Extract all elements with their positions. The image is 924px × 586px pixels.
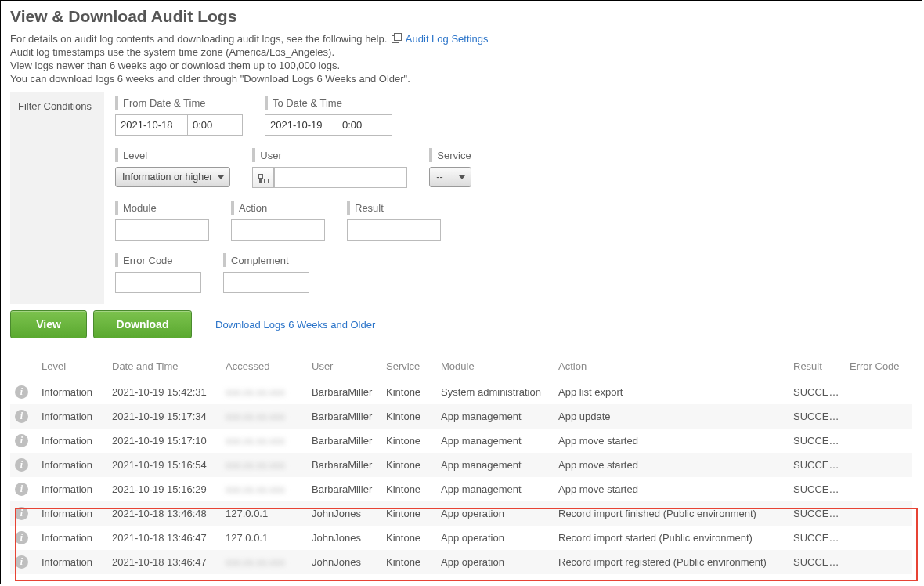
th-user: User xyxy=(307,356,381,380)
th-module: Module xyxy=(436,356,554,380)
to-date-input[interactable] xyxy=(265,114,337,136)
table-row[interactable]: iInformation2021-10-19 15:16:54xxx.xx.xx… xyxy=(10,453,912,477)
view-button[interactable]: View xyxy=(10,310,87,338)
table-row[interactable]: iInformation2021-10-19 15:16:29xxx.xx.xx… xyxy=(10,477,912,501)
level-select[interactable]: Information or higher xyxy=(115,167,230,187)
org-tree-icon xyxy=(258,172,269,183)
complement-input[interactable] xyxy=(223,272,309,293)
user-input[interactable] xyxy=(274,167,407,188)
table-row[interactable]: iInformation2021-10-18 13:46:47127.0.0.1… xyxy=(10,526,912,550)
from-time-input[interactable] xyxy=(188,114,243,136)
th-accessed: Accessed xyxy=(221,356,307,380)
table-row[interactable]: iInformation2021-10-19 15:42:31xxx.xx.xx… xyxy=(10,380,912,404)
audit-log-table: Level Date and Time Accessed User Servic… xyxy=(10,356,912,574)
from-date-label: From Date & Time xyxy=(115,96,243,110)
filter-conditions-label: Filter Conditions xyxy=(10,92,104,304)
error-code-label: Error Code xyxy=(115,253,201,267)
info-icon: i xyxy=(15,434,28,447)
page-title: View & Download Audit Logs xyxy=(10,7,912,26)
intro-line-2: Audit log timestamps use the system time… xyxy=(10,46,912,58)
help-link-audit-log-settings[interactable]: Audit Log Settings xyxy=(406,33,489,45)
intro-line-3: View logs newer than 6 weeks ago or down… xyxy=(10,60,912,71)
th-result: Result xyxy=(789,356,845,380)
info-icon: i xyxy=(15,555,28,569)
user-org-picker-button[interactable] xyxy=(252,167,274,188)
filter-panel: Filter Conditions From Date & Time To Da… xyxy=(10,92,912,306)
service-label: Service xyxy=(429,148,471,162)
intro-text-1: For details on audit log contents and do… xyxy=(10,33,387,45)
th-date: Date and Time xyxy=(107,356,221,380)
level-label: Level xyxy=(115,148,230,162)
th-level: Level xyxy=(37,356,107,380)
module-label: Module xyxy=(115,201,209,215)
info-icon: i xyxy=(15,410,28,423)
th-error: Error Code xyxy=(845,356,912,380)
complement-label: Complement xyxy=(223,253,309,267)
intro-line-4: You can download logs 6 weeks and older … xyxy=(10,73,912,85)
table-row[interactable]: iInformation2021-10-19 15:17:34xxx.xx.xx… xyxy=(10,404,912,429)
result-label: Result xyxy=(347,201,441,215)
from-date-input[interactable] xyxy=(115,114,188,136)
result-input[interactable] xyxy=(347,219,441,241)
to-time-input[interactable] xyxy=(337,114,392,136)
info-icon: i xyxy=(15,507,28,520)
action-input[interactable] xyxy=(231,219,325,241)
external-link-icon xyxy=(392,34,402,44)
error-code-input[interactable] xyxy=(115,272,201,293)
to-date-label: To Date & Time xyxy=(265,96,392,110)
service-select[interactable]: -- xyxy=(429,167,471,187)
info-icon: i xyxy=(15,483,28,496)
table-row[interactable]: iInformation2021-10-18 13:46:47xxx.xx.xx… xyxy=(10,550,912,574)
info-icon: i xyxy=(15,458,28,472)
table-row[interactable]: iInformation2021-10-19 15:17:10xxx.xx.xx… xyxy=(10,429,912,453)
download-button[interactable]: Download xyxy=(93,310,192,338)
user-label: User xyxy=(252,148,407,162)
module-input[interactable] xyxy=(115,219,209,241)
table-row[interactable]: iInformation2021-10-18 13:46:48127.0.0.1… xyxy=(10,501,912,526)
info-icon: i xyxy=(15,531,28,544)
download-older-logs-link[interactable]: Download Logs 6 Weeks and Older xyxy=(215,319,375,331)
th-service: Service xyxy=(381,356,436,380)
info-icon: i xyxy=(15,385,28,399)
intro-line-1: For details on audit log contents and do… xyxy=(10,32,912,45)
th-action: Action xyxy=(554,356,789,380)
action-label: Action xyxy=(231,201,325,215)
